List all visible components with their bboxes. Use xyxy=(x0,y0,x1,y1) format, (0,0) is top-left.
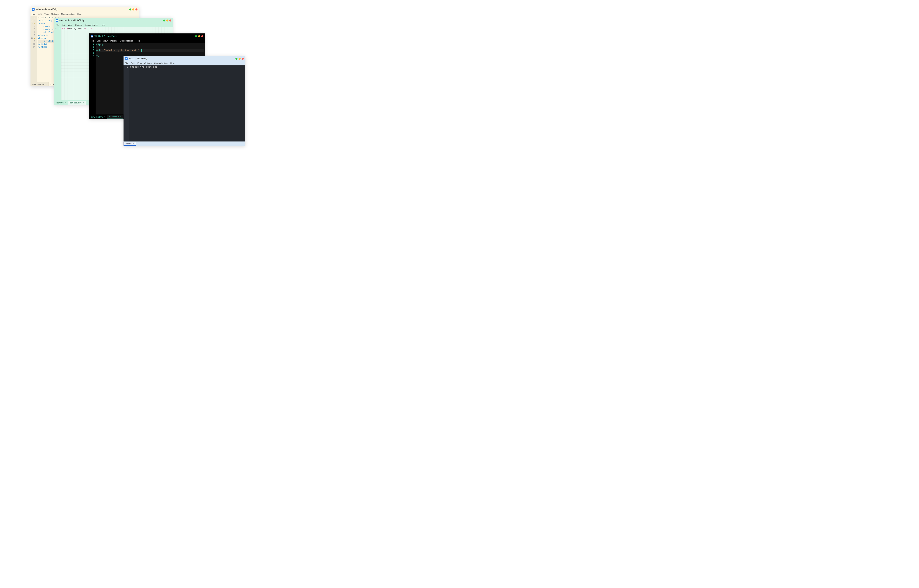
minimize-button[interactable] xyxy=(163,19,165,21)
tab-label: new doc.html xyxy=(91,116,103,118)
maximize-button[interactable] xyxy=(166,19,168,21)
close-button[interactable] xyxy=(169,19,171,21)
tab-todo[interactable]: ToDo.txt × xyxy=(54,101,68,105)
menu-options[interactable]: Options xyxy=(75,24,82,26)
app-icon xyxy=(125,57,128,60)
window-controls xyxy=(129,8,137,10)
titlebar[interactable]: info.txt - NoteFinity xyxy=(124,56,245,61)
maximize-button[interactable] xyxy=(239,58,241,60)
menu-file[interactable]: File xyxy=(32,13,36,15)
tab-label: *Untitled-2 xyxy=(109,116,119,118)
menu-file[interactable]: File xyxy=(56,24,59,26)
menu-customization[interactable]: Customization xyxy=(120,40,133,42)
menu-edit[interactable]: Edit xyxy=(97,40,100,42)
close-button[interactable] xyxy=(242,58,244,60)
minimize-button[interactable] xyxy=(236,58,237,60)
tab-label: new doc.html xyxy=(69,102,82,104)
line-gutter: 1 2 ▾ 3 ▾ 4 5 6 7 8 ▾ 9 10 11 xyxy=(31,16,37,82)
line-gutter: 1 2 3 4 5 xyxy=(89,43,95,115)
minimize-button[interactable] xyxy=(129,8,131,10)
tab-readme[interactable]: README.md × xyxy=(31,82,49,86)
cursor xyxy=(141,49,142,52)
menubar: File Edit View Options Customization Hel… xyxy=(89,39,205,43)
tab-label: ToDo.txt xyxy=(56,102,63,104)
menu-edit[interactable]: Edit xyxy=(38,13,42,15)
menu-file[interactable]: File xyxy=(91,40,94,42)
menu-view[interactable]: View xyxy=(137,62,142,64)
titlebar[interactable]: *Untitled-2 - NoteFinity xyxy=(89,34,205,39)
close-icon[interactable]: × xyxy=(104,116,105,118)
maximize-button[interactable] xyxy=(198,35,200,37)
code-area[interactable]: Choose the best one! xyxy=(129,65,245,142)
window-title: index.html - NoteFinity xyxy=(36,8,129,11)
menubar: File Edit View Options Customization Hel… xyxy=(124,61,245,65)
window-controls xyxy=(163,19,171,21)
menu-view[interactable]: View xyxy=(44,13,49,15)
editor[interactable]: 1 Choose the best one! xyxy=(124,65,245,142)
window-info-txt[interactable]: info.txt - NoteFinity File Edit View Opt… xyxy=(124,56,245,146)
tab-label: info.txt xyxy=(126,142,131,145)
menubar: File Edit View Options Customization Hel… xyxy=(54,23,173,27)
line-gutter: ⤡ 1 xyxy=(54,27,61,100)
menu-help[interactable]: Help xyxy=(136,40,141,42)
titlebar[interactable]: new doc.html - NoteFinity xyxy=(54,18,173,23)
menu-customization[interactable]: Customization xyxy=(61,13,74,15)
menu-view[interactable]: View xyxy=(68,24,73,26)
minimize-button[interactable] xyxy=(195,35,197,37)
menubar: File Edit View Options Customization Hel… xyxy=(31,12,139,16)
close-button[interactable] xyxy=(201,35,203,37)
app-icon xyxy=(32,8,35,11)
close-icon[interactable]: × xyxy=(83,102,84,104)
menu-options[interactable]: Options xyxy=(144,62,152,64)
tab-untitled2[interactable]: *Untitled-2 × xyxy=(107,115,123,119)
window-controls xyxy=(195,35,203,37)
menu-help[interactable]: Help xyxy=(170,62,174,64)
menu-customization[interactable]: Customization xyxy=(85,24,99,26)
close-icon[interactable]: × xyxy=(120,116,121,118)
menu-help[interactable]: Help xyxy=(101,24,105,26)
line-gutter: 1 xyxy=(124,65,129,142)
menu-customization[interactable]: Customization xyxy=(154,62,168,64)
close-button[interactable] xyxy=(136,8,137,10)
tab-new-doc[interactable]: new doc.html × xyxy=(89,115,107,119)
window-controls xyxy=(236,58,244,60)
menu-help[interactable]: Help xyxy=(77,13,82,15)
maximize-button[interactable] xyxy=(132,8,134,10)
close-icon[interactable]: × xyxy=(65,102,66,104)
close-icon[interactable]: × xyxy=(132,142,134,145)
menu-file[interactable]: File xyxy=(125,62,128,64)
menu-options[interactable]: Options xyxy=(110,40,118,42)
window-title: info.txt - NoteFinity xyxy=(129,57,236,60)
titlebar[interactable]: index.html - NoteFinity xyxy=(31,6,139,12)
tab-new-doc[interactable]: new doc.html × xyxy=(68,101,86,105)
window-title: new doc.html - NoteFinity xyxy=(59,19,163,22)
window-title: *Untitled-2 - NoteFinity xyxy=(94,35,195,37)
menu-view[interactable]: View xyxy=(103,40,108,42)
tab-label: README.md xyxy=(32,83,44,86)
tab-info-txt[interactable]: info.txt × xyxy=(124,142,136,146)
menu-options[interactable]: Options xyxy=(51,13,59,15)
close-icon[interactable]: × xyxy=(45,83,47,86)
menu-edit[interactable]: Edit xyxy=(62,24,65,26)
app-icon xyxy=(91,35,94,37)
tabbar: info.txt × xyxy=(124,142,245,146)
menu-edit[interactable]: Edit xyxy=(131,62,135,64)
app-icon xyxy=(56,19,58,22)
